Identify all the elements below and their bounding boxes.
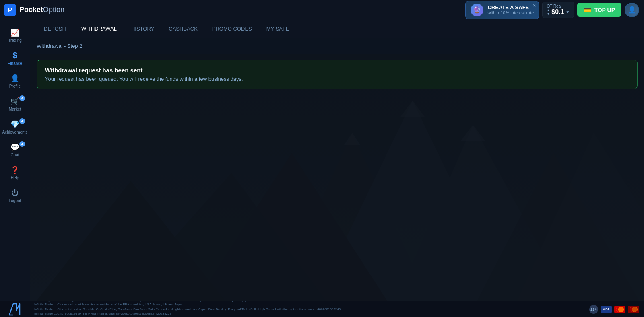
tab-withdrawal[interactable]: WITHDRAWAL <box>74 21 124 37</box>
tab-deposit[interactable]: DEPOSIT <box>37 21 74 37</box>
tab-my-safe[interactable]: MY SAFE <box>259 21 297 37</box>
sidebar-item-help[interactable]: ❓ Help <box>1 162 29 184</box>
logout-icon: ⏻ <box>11 189 19 197</box>
balance-arrows: ▲ ▼ <box>547 9 550 16</box>
create-safe-banner[interactable]: 🔮 CREATE A SAFE with a 10% interest rate… <box>465 1 539 19</box>
sidebar: 📈 Trading $ Finance 👤 Profile 🛒 4 Market… <box>0 20 30 317</box>
trading-icon: 📈 <box>10 28 19 37</box>
tab-history[interactable]: HISTORY <box>124 21 161 37</box>
topup-button[interactable]: 💳 TOP UP <box>577 3 621 17</box>
footer-logo <box>0 301 30 317</box>
footer-right: 21+ VISA <box>584 301 644 317</box>
chat-badge: 4 <box>19 141 25 147</box>
success-title: Withdrawal request has been sent <box>45 67 629 74</box>
sidebar-item-logout[interactable]: ⏻ Logout <box>1 185 29 207</box>
help-icon: ❓ <box>10 166 19 175</box>
footer: All materials and services provided on t… <box>0 301 644 317</box>
success-message: Your request has been queued. You will r… <box>45 76 629 82</box>
avatar[interactable]: 👤 <box>625 3 639 17</box>
footer-legal: All materials and services provided on t… <box>34 301 580 317</box>
balance-amount: $0.1 <box>551 8 564 16</box>
sidebar-item-trading[interactable]: 📈 Trading <box>1 24 29 46</box>
tab-promo-codes[interactable]: PROMO CODES <box>205 21 259 37</box>
sidebar-item-profile[interactable]: 👤 Profile <box>1 70 29 92</box>
mastercard-icon-1 <box>614 306 625 313</box>
dropdown-icon[interactable]: ▼ <box>566 10 570 14</box>
logo-text: PocketOption <box>19 6 64 14</box>
success-notification: Withdrawal request has been sent Your re… <box>37 60 638 89</box>
tabs-bar: DEPOSIT WITHDRAWAL HISTORY CASHBACK PROM… <box>30 20 644 38</box>
profile-icon: 👤 <box>10 74 19 83</box>
main-content: DEPOSIT WITHDRAWAL HISTORY CASHBACK PROM… <box>30 20 644 301</box>
create-safe-text: CREATE A SAFE with a 10% interest rate <box>487 4 534 15</box>
balance-display[interactable]: QT Real ▲ ▼ $0.1 ▼ <box>542 2 574 18</box>
header: P PocketOption 🔮 CREATE A SAFE with a 10… <box>0 0 644 20</box>
finance-icon: $ <box>12 51 17 60</box>
sidebar-item-chat[interactable]: 💬 4 Chat <box>1 139 29 161</box>
content-area <box>30 95 644 301</box>
svg-text:P: P <box>8 7 12 14</box>
wallet-icon: 💳 <box>584 6 592 14</box>
mastercard-icon-2 <box>628 306 639 313</box>
market-icon: 🛒 <box>10 97 19 106</box>
safe-icon: 🔮 <box>471 4 483 16</box>
balance-label: QT Real <box>547 4 561 8</box>
visa-card-icon: VISA <box>601 306 612 313</box>
sidebar-item-finance[interactable]: $ Finance <box>1 47 29 69</box>
tab-cashback[interactable]: CASHBACK <box>161 21 205 37</box>
breadcrumb: Withdrawal - Step 2 <box>30 38 644 54</box>
header-right: 🔮 CREATE A SAFE with a 10% interest rate… <box>465 1 639 19</box>
sidebar-item-achievements[interactable]: 💎 4 Achievements <box>1 116 29 138</box>
market-badge: 4 <box>19 95 25 101</box>
age-badge: 21+ <box>589 305 598 314</box>
close-icon[interactable]: ✕ <box>532 3 536 8</box>
achievements-badge: 4 <box>19 118 25 124</box>
logo: P PocketOption <box>0 0 64 20</box>
chat-icon: 💬 <box>10 143 19 152</box>
sidebar-item-market[interactable]: 🛒 4 Market <box>1 93 29 115</box>
achievements-icon: 💎 <box>10 120 19 129</box>
